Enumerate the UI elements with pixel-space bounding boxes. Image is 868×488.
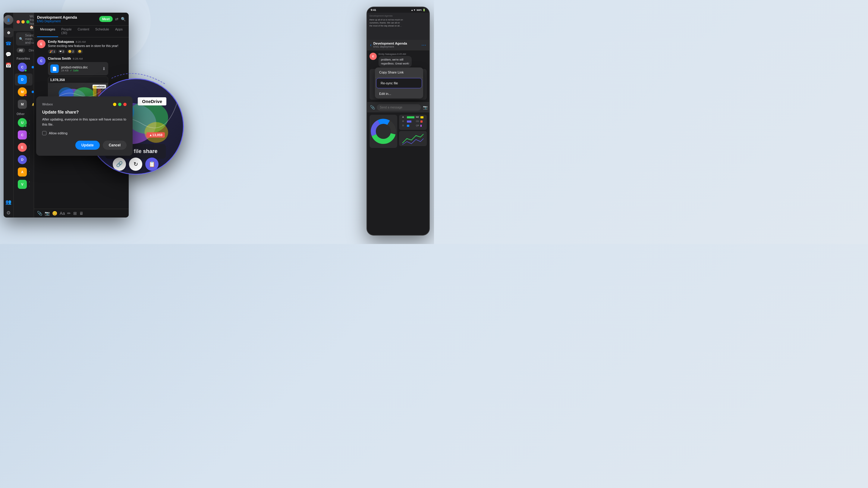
mobile-more-icon[interactable]: ⋯ xyxy=(421,42,426,48)
svg-text:D: D xyxy=(402,124,404,127)
reaction-2[interactable]: ❤ 2 xyxy=(58,50,66,54)
file-card-product-metrics[interactable]: 📄 product-metrics.doc 24 KB ✓ Safe ⬇ xyxy=(48,62,108,75)
allow-editing-checkbox[interactable] xyxy=(42,131,46,135)
back-arrow-icon[interactable]: ‹ xyxy=(370,42,372,47)
name-common-metrics: Common Metrics xyxy=(29,132,30,135)
signal-icon: ▲▼ xyxy=(411,9,415,11)
apps-icon[interactable]: ⊞ xyxy=(73,211,77,216)
context-menu-edit-in[interactable]: Edit in... xyxy=(375,89,423,98)
avatar-matthew: M xyxy=(18,87,27,96)
cancel-button[interactable]: Cancel xyxy=(103,141,127,150)
file-info-product-metrics: product-metrics.doc 24 KB ✓ Safe xyxy=(61,66,100,72)
msg-time-clarissa: 8:28 AM xyxy=(73,57,83,60)
sidebar-icon-settings[interactable]: ⚙ xyxy=(4,208,13,218)
format-icon[interactable]: Aa xyxy=(60,211,65,216)
chat-subtitle: ENG Deployment xyxy=(37,20,77,23)
tab-messages[interactable]: Messages xyxy=(37,26,58,37)
mobile-camera-icon[interactable]: 📷 xyxy=(423,105,428,110)
list-item-marketing[interactable]: M Marketing Collateral 🔔 xyxy=(15,98,33,110)
reaction-4[interactable]: 😄 xyxy=(76,50,83,54)
msg-meta-emily: Emily Nakagawa 8:20 AM xyxy=(48,40,126,43)
reaction-1[interactable]: 🎉 1 xyxy=(48,50,57,54)
msg-text-emily: Some exciting new features are in store … xyxy=(48,44,126,48)
tab-all[interactable]: All xyxy=(17,48,25,53)
avatar-advertising: A xyxy=(18,167,27,176)
svg-rect-27 xyxy=(407,116,414,119)
list-item-emily[interactable]: E Emily Nakagawa In a meeting · Catching… xyxy=(15,141,33,153)
close-button[interactable] xyxy=(17,20,20,24)
mobile-preview-text: there up all of us is not too much on ou… xyxy=(370,19,427,27)
mobile-chat-subtitle: ENG deployment xyxy=(373,45,420,48)
gif-icon[interactable]: 📷 xyxy=(44,211,50,216)
sidebar-icon-messages[interactable]: 💬 xyxy=(4,50,13,59)
dialog-close-btn[interactable] xyxy=(123,103,127,106)
maximize-button[interactable] xyxy=(26,20,30,24)
name-visualizations: Visualizations xyxy=(29,181,30,185)
list-item-advertising[interactable]: A Advertising Marketing Department xyxy=(15,166,33,178)
mobile-emily-bubble: problem, we're stillregardless. Great wo… xyxy=(378,56,412,67)
list-item-common-metrics[interactable]: C Common Metrics Usability research xyxy=(15,129,33,141)
avatar-common-metrics: C xyxy=(18,130,27,139)
mobile-right-charts: A MZ R CD D QR xyxy=(399,115,427,148)
dialog-maximize-btn[interactable] xyxy=(118,103,121,106)
info-emily: Emily Nakagawa In a meeting · Catching u… xyxy=(29,144,30,151)
tab-schedule[interactable]: Schedule xyxy=(92,26,112,37)
status-common-metrics: Usability research xyxy=(29,135,30,138)
mobile-screen: 9:41 ▲▼ WiFi 🔋 Development Agenda there … xyxy=(367,7,430,235)
context-menu-copy-share-link[interactable]: Copy Share Link xyxy=(375,67,423,77)
list-item-clarissa[interactable]: C Clarissa Smith xyxy=(15,61,33,73)
screen-icon[interactable]: 🖥 xyxy=(79,211,84,216)
svg-text:R: R xyxy=(402,120,404,122)
tab-direct[interactable]: Direct xyxy=(26,48,34,53)
dialog-titlebar: Webex xyxy=(42,102,127,106)
context-menu-resync[interactable]: Re-sync file xyxy=(376,78,422,88)
sidebar-icon-meetings[interactable]: 📅 xyxy=(4,60,13,70)
sync-icon[interactable]: ⇄ xyxy=(115,17,119,22)
update-button[interactable]: Update xyxy=(75,141,100,150)
meet-button[interactable]: Meet xyxy=(99,16,113,22)
whiteboard-icon[interactable]: ✏ xyxy=(67,211,71,216)
magnify-link-btn[interactable]: 🔗 xyxy=(113,158,126,171)
minimize-button[interactable] xyxy=(22,20,25,24)
sidebar-icon-teams[interactable]: 👥 xyxy=(4,197,13,207)
list-item-darren[interactable]: D Darren Owens In a call · Working from … xyxy=(15,154,33,166)
chat-title-group: Development Agenda ENG Deployment xyxy=(37,15,77,23)
sidebar-icon-calls[interactable]: ☎ xyxy=(4,38,13,48)
magnify-sync-btn[interactable]: ↻ xyxy=(129,158,142,171)
search-bar[interactable]: 🔍 Search, meet, and call xyxy=(16,32,31,45)
magnify-number-badge: ▲13,059 xyxy=(147,132,165,138)
favorites-section-label: Favorites xyxy=(13,55,34,61)
list-item-visualizations[interactable]: V Visualizations ENG Deployment xyxy=(15,178,33,190)
search-placeholder: Search, meet, and call xyxy=(25,33,34,44)
user-avatar[interactable]: 👤 xyxy=(4,15,13,25)
list-item-dev-agenda[interactable]: D Development Agenda ENG Deployment xyxy=(15,73,33,86)
line-chart-svg xyxy=(399,131,427,146)
emoji-icon[interactable]: 😊 xyxy=(52,211,57,216)
list-item-matthew[interactable]: M Matthew Baker Do Not Disturb · Out for… xyxy=(15,86,33,98)
sidebar-icon-all[interactable]: ⊕ xyxy=(4,28,13,37)
attach-icon[interactable]: 📎 xyxy=(37,211,42,216)
svg-text:CD: CD xyxy=(416,120,419,122)
chat-title: Development Agenda xyxy=(37,15,77,20)
mobile-msg-emily-content: Emily Nakagawa 8:45 AM problem, we're st… xyxy=(378,53,412,67)
magnify-share-btn[interactable]: 📋 xyxy=(145,158,158,171)
wifi-icon: WiFi xyxy=(416,9,422,11)
search-chat-icon[interactable]: 🔍 xyxy=(121,17,126,22)
dialog-minimize-btn[interactable] xyxy=(113,103,116,106)
mobile-chat-title: Development Agenda xyxy=(373,41,420,45)
name-dev-agenda: Development Agenda xyxy=(29,76,30,80)
window-title-text: Working from home 🏠 xyxy=(30,14,34,29)
list-item-umar[interactable]: U Umar Patel Presenting xyxy=(15,117,33,129)
tab-apps[interactable]: Apps xyxy=(112,26,126,37)
name-darren: Darren Owens xyxy=(29,156,30,160)
mobile-status-icons: ▲▼ WiFi 🔋 xyxy=(411,9,426,11)
reactions-emily: 🎉 1 ❤ 2 😊 2 😄 xyxy=(48,50,126,54)
mobile-message-input[interactable] xyxy=(377,104,421,110)
download-icon-product-metrics[interactable]: ⬇ xyxy=(102,66,106,71)
chat-header: Development Agenda ENG Deployment Meet ⇄… xyxy=(34,13,129,26)
mobile-attach-icon[interactable]: 📎 xyxy=(370,105,375,110)
tab-people[interactable]: People (30) xyxy=(58,26,74,37)
tab-content[interactable]: Content xyxy=(75,26,93,37)
name-umar: Umar Patel xyxy=(29,119,30,123)
reaction-3[interactable]: 😊 2 xyxy=(67,50,75,54)
